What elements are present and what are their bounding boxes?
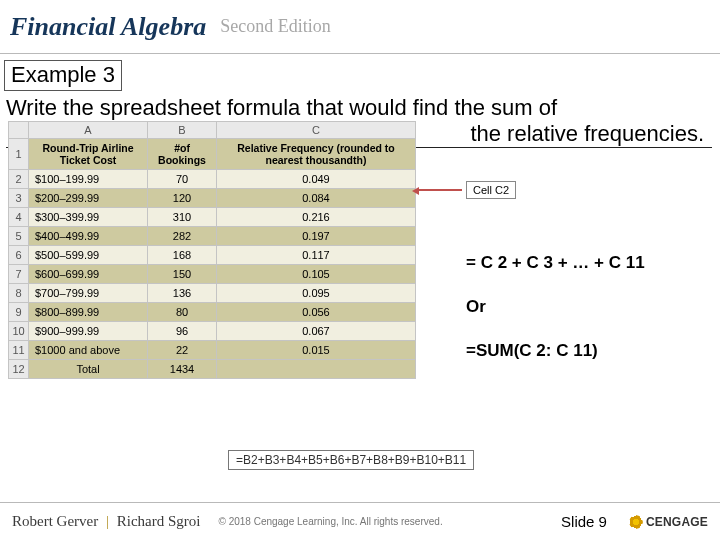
cell-relfreq: 0.216 — [216, 208, 415, 227]
cell-bookings: 310 — [148, 208, 217, 227]
cell-cost: $300–399.99 — [29, 208, 148, 227]
total-label: Total — [29, 360, 148, 379]
answer-expanded: = C 2 + C 3 + … + C 11 — [466, 252, 645, 274]
callout-arrow: Cell C2 — [418, 181, 516, 199]
table-row: 11$1000 and above220.015 — [9, 341, 416, 360]
row-num: 5 — [9, 227, 29, 246]
col-a: A — [29, 122, 148, 139]
cell-cost: $900–999.99 — [29, 322, 148, 341]
cell-cost: $400–499.99 — [29, 227, 148, 246]
table-row: 10$900–999.99960.067 — [9, 322, 416, 341]
cell-bookings: 70 — [148, 170, 217, 189]
cell-bookings: 96 — [148, 322, 217, 341]
corner-cell — [9, 122, 29, 139]
header-a: Round-Trip Airline Ticket Cost — [29, 139, 148, 170]
table-row: 5$400–499.992820.197 — [9, 227, 416, 246]
total-relfreq — [216, 360, 415, 379]
cell-relfreq: 0.084 — [216, 189, 415, 208]
row-num: 10 — [9, 322, 29, 341]
callout-cell-label: Cell C2 — [466, 181, 516, 199]
row-num: 4 — [9, 208, 29, 227]
cell-relfreq: 0.015 — [216, 341, 415, 360]
row-num: 3 — [9, 189, 29, 208]
slide-number: Slide 9 — [561, 513, 607, 530]
row-num: 6 — [9, 246, 29, 265]
table-row: 4$300–399.993100.216 — [9, 208, 416, 227]
cell-cost: $500–599.99 — [29, 246, 148, 265]
author-1: Robert Gerver — [12, 513, 98, 529]
cell-bookings: 282 — [148, 227, 217, 246]
cell-relfreq: 0.117 — [216, 246, 415, 265]
row-num: 2 — [9, 170, 29, 189]
publisher-logo: CENGAGE — [629, 515, 708, 529]
cell-relfreq: 0.197 — [216, 227, 415, 246]
prompt-line-1: Write the spreadsheet formula that would… — [6, 95, 557, 120]
row-num: 7 — [9, 265, 29, 284]
table-row: 3$200–299.991200.084 — [9, 189, 416, 208]
cell-bookings: 120 — [148, 189, 217, 208]
cell-relfreq: 0.105 — [216, 265, 415, 284]
b12-formula-box: =B2+B3+B4+B5+B6+B7+B8+B9+B10+B11 — [228, 450, 474, 470]
edition-label: Second Edition — [220, 16, 331, 37]
row-num: 11 — [9, 341, 29, 360]
table-row: 9$800–899.99800.056 — [9, 303, 416, 322]
answer-sum: =SUM(C 2: C 11) — [466, 340, 645, 362]
total-bookings: 1434 — [148, 360, 217, 379]
table-row: 8$700–799.991360.095 — [9, 284, 416, 303]
col-b: B — [148, 122, 217, 139]
cell-bookings: 136 — [148, 284, 217, 303]
table-row: 6$500–599.991680.117 — [9, 246, 416, 265]
cell-cost: $600–699.99 — [29, 265, 148, 284]
copyright: © 2018 Cengage Learning, Inc. All rights… — [218, 516, 442, 527]
cell-bookings: 22 — [148, 341, 217, 360]
cell-cost: $100–199.99 — [29, 170, 148, 189]
answer-or: Or — [466, 296, 645, 318]
arrow-line-icon — [418, 189, 462, 191]
brand-word-1: Financial — [10, 12, 115, 41]
cell-cost: $200–299.99 — [29, 189, 148, 208]
cell-cost: $700–799.99 — [29, 284, 148, 303]
cell-bookings: 168 — [148, 246, 217, 265]
row-1-num: 1 — [9, 139, 29, 170]
answer-block: = C 2 + C 3 + … + C 11 Or =SUM(C 2: C 11… — [466, 252, 645, 384]
cell-relfreq: 0.067 — [216, 322, 415, 341]
cell-cost: $1000 and above — [29, 341, 148, 360]
author-2: Richard Sgroi — [117, 513, 201, 529]
cell-bookings: 150 — [148, 265, 217, 284]
brand-word-2: Algebra — [121, 12, 206, 41]
spreadsheet-table: A B C 1 Round-Trip Airline Ticket Cost #… — [8, 121, 416, 379]
header-c: Relative Frequency (rounded to nearest t… — [216, 139, 415, 170]
book-title: Financial Algebra — [10, 12, 206, 42]
cell-relfreq: 0.049 — [216, 170, 415, 189]
cell-relfreq: 0.095 — [216, 284, 415, 303]
header-bar: Financial Algebra Second Edition — [0, 0, 720, 54]
col-c: C — [216, 122, 415, 139]
publisher-name: CENGAGE — [646, 515, 708, 529]
example-label: Example 3 — [4, 60, 122, 91]
authors: Robert Gerver | Richard Sgroi — [12, 513, 200, 530]
table-row: 2$100–199.99700.049 — [9, 170, 416, 189]
row-total-num: 12 — [9, 360, 29, 379]
starburst-icon — [629, 515, 643, 529]
author-sep: | — [102, 513, 113, 529]
table-row: 7$600–699.991500.105 — [9, 265, 416, 284]
cell-bookings: 80 — [148, 303, 217, 322]
cell-relfreq: 0.056 — [216, 303, 415, 322]
header-b: #of Bookings — [148, 139, 217, 170]
row-num: 8 — [9, 284, 29, 303]
cell-cost: $800–899.99 — [29, 303, 148, 322]
footer-bar: Robert Gerver | Richard Sgroi © 2018 Cen… — [0, 502, 720, 540]
row-num: 9 — [9, 303, 29, 322]
